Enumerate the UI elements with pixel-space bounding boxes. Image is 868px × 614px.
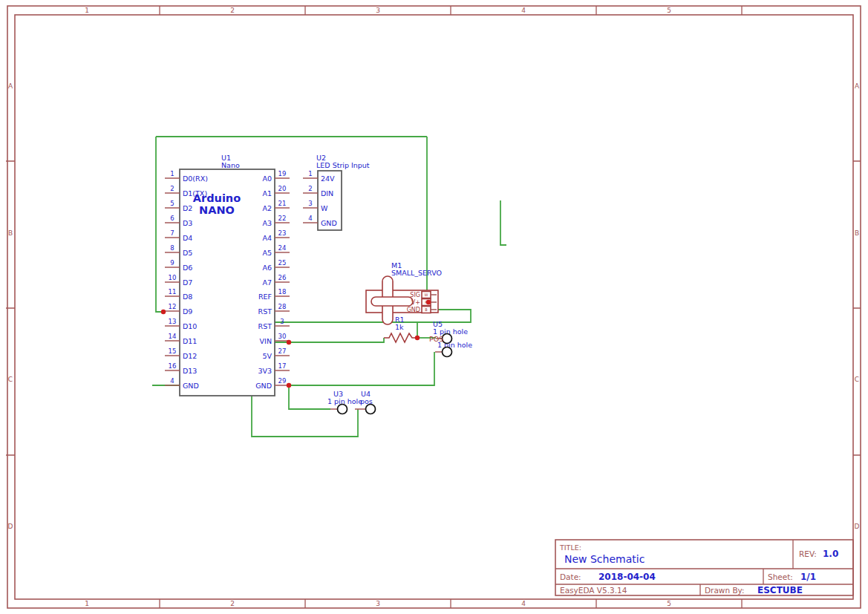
u1-pin-label: A0 — [262, 174, 272, 183]
u2-pin-label: GND — [321, 219, 337, 227]
junction-dot — [426, 300, 431, 304]
frame-col-label-top: 3 — [376, 7, 380, 14]
junction-dot — [415, 336, 420, 340]
u2-name: LED Strip Input — [316, 161, 370, 169]
u1-pin-num: 6 — [170, 215, 174, 222]
m1-horn-horizontal[interactable] — [371, 297, 413, 306]
r1-zigzag[interactable] — [384, 333, 420, 342]
u1-pin-num: 3 — [280, 318, 284, 325]
u1-pin-num: 27 — [278, 347, 287, 355]
u1-pin-label: RST — [258, 307, 273, 316]
wire[interactable] — [289, 338, 384, 342]
u1-pin-label: D8 — [183, 293, 192, 301]
u2-pin-num: 1 — [308, 170, 312, 177]
m1-pin-tag: B — [425, 307, 428, 312]
component-u2-led-strip-input[interactable]: U2 LED Strip Input 124V2DIN3W4GND — [303, 154, 370, 230]
u1-pin-label: D7 — [183, 278, 192, 287]
frame-row-label-left: B — [8, 229, 13, 237]
hole2-hole[interactable] — [443, 347, 452, 357]
wire[interactable] — [500, 200, 506, 245]
u1-pin-num: 23 — [278, 229, 287, 237]
u1-pin-num: 5 — [170, 200, 174, 207]
drawn-by-value: ESCTUBE — [757, 585, 803, 595]
m1-pin-tag: W — [425, 293, 428, 297]
u1-pin-label: 5V — [262, 352, 272, 360]
u1-pin-label: REF — [258, 293, 272, 301]
junction-dot — [161, 310, 166, 314]
frame-row-label-left: A — [8, 82, 13, 90]
frame-row-label-right: B — [855, 229, 859, 237]
u1-pin-num: 28 — [278, 303, 287, 310]
u1-pin-num: 19 — [278, 170, 287, 177]
date-value: 2018-04-04 — [598, 572, 656, 582]
title-block: TITLE: New Schematic REV: 1.0 Date: 2018… — [555, 540, 853, 595]
wire[interactable] — [289, 385, 330, 409]
u1-pin-num: 7 — [170, 229, 174, 237]
component-hole2-pinhole[interactable]: 1 pin hole — [435, 341, 472, 357]
rev-value: 1.0 — [823, 549, 838, 559]
rev-label: REV: — [799, 549, 817, 558]
u1-pin-label: D5 — [183, 249, 192, 257]
junction-dot — [287, 340, 291, 344]
u1-pin-num: 16 — [169, 362, 177, 370]
component-u5-pinhole[interactable]: U5 1 pin hole POS — [429, 320, 468, 344]
u1-pin-num: 30 — [278, 333, 287, 340]
tool-version: EasyEDA V5.3.14 — [560, 586, 627, 595]
u1-pin-label: D3 — [183, 219, 192, 227]
component-u1-arduino-nano[interactable]: U1 Nano Arduino NANO 1D0(RX)2D1(TX)5D26D… — [165, 154, 290, 396]
wire[interactable] — [289, 352, 434, 385]
u1-pin-num: 13 — [169, 318, 177, 325]
u1-pin-num: 22 — [278, 215, 287, 222]
u1-pin-num: 15 — [169, 347, 177, 355]
drawn-by-label: Drawn By: — [705, 586, 745, 595]
wire[interactable] — [156, 137, 163, 312]
u1-pin-num: 21 — [278, 200, 287, 207]
date-label: Date: — [560, 572, 581, 581]
frame-col-label-bottom: 5 — [667, 600, 671, 607]
u2-pin-label: W — [321, 204, 328, 212]
sheet-value: 1/1 — [800, 572, 816, 582]
m1-pin-name: V+ — [411, 299, 420, 306]
frame-col-label-bottom: 3 — [376, 600, 380, 607]
frame-col-label-top: 5 — [667, 7, 671, 14]
u1-pin-label: A6 — [262, 264, 272, 272]
frame-row-label-right: D — [855, 523, 860, 530]
u1-body-label-2: NANO — [199, 204, 235, 216]
frame-row-label-right: A — [855, 82, 860, 90]
u1-pin-label: D11 — [183, 337, 197, 345]
u1-pin-label: VIN — [260, 337, 272, 345]
u2-pin-num: 3 — [308, 200, 312, 207]
u4-hole[interactable] — [366, 405, 376, 414]
sheet-label: Sheet: — [768, 572, 793, 581]
m1-pin-name: GND — [407, 307, 420, 313]
sheet-title[interactable]: New Schematic — [564, 553, 645, 565]
u1-pin-num: 10 — [169, 274, 177, 281]
u1-pin-label: RST — [258, 322, 273, 330]
u1-pin-num: 20 — [278, 185, 287, 192]
u1-pin-label: D9 — [183, 307, 192, 316]
u3-name: 1 pin hole — [327, 397, 362, 405]
u1-pin-num: 14 — [169, 333, 177, 340]
u1-pin-num: 9 — [170, 259, 174, 267]
u2-pin-label: DIN — [321, 189, 333, 197]
u1-pin-label: D13 — [183, 367, 197, 375]
u1-pin-num: 29 — [278, 377, 287, 385]
u1-pin-label: D2 — [183, 204, 192, 212]
u1-pin-num: 11 — [169, 288, 177, 295]
schematic-canvas[interactable]: 1122334455AABBCCDD U1 Nano Arduino NANO … — [0, 0, 868, 614]
u1-pin-num: 12 — [169, 303, 177, 310]
u1-pin-label: D0(RX) — [183, 174, 208, 183]
u1-pin-num: 24 — [278, 244, 287, 252]
u2-pin-num: 2 — [308, 185, 312, 192]
u3-hole[interactable] — [338, 405, 347, 414]
u2-pin-num: 4 — [308, 215, 312, 222]
frame-row-label-left: D — [8, 523, 13, 530]
frame-row-label-right: C — [855, 376, 859, 383]
u1-pin-label: GND — [183, 382, 199, 390]
u1-pin-label: D1(TX) — [183, 189, 207, 197]
u1-pin-label: A2 — [262, 204, 272, 212]
title-label: TITLE: — [559, 543, 581, 552]
u1-pin-num: 25 — [278, 259, 287, 267]
u1-pin-label: A1 — [262, 189, 272, 197]
r1-value: 1k — [395, 323, 404, 331]
